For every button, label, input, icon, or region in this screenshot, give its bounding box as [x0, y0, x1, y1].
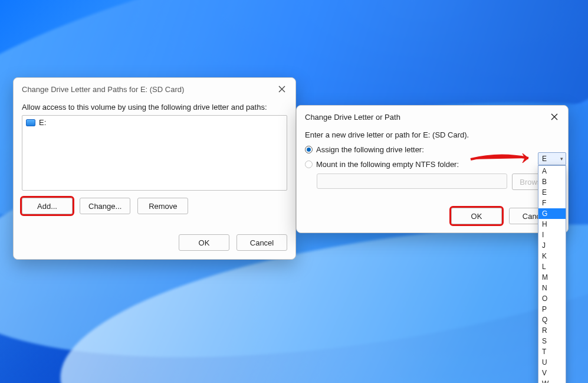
- list-item[interactable]: E:: [26, 118, 283, 127]
- change-drive-letter-or-path-dialog: Change Drive Letter or Path Enter a new …: [296, 105, 569, 233]
- paths-listbox[interactable]: E:: [22, 115, 287, 191]
- drive-letter-option[interactable]: G: [538, 208, 566, 219]
- ok-button[interactable]: OK: [451, 208, 502, 224]
- drive-letter-option[interactable]: H: [538, 219, 566, 230]
- dialog1-title: Change Drive Letter and Paths for E: (SD…: [22, 85, 184, 94]
- dialog2-instruction: Enter a new drive letter or path for E: …: [305, 130, 560, 139]
- drive-letter-option[interactable]: E: [538, 187, 566, 198]
- drive-letter-option[interactable]: M: [538, 272, 566, 283]
- remove-button[interactable]: Remove: [137, 198, 188, 214]
- drive-letter-option[interactable]: W: [538, 378, 566, 383]
- drive-letter-option[interactable]: F: [538, 198, 566, 208]
- drive-letter-dropdown[interactable]: ABEFGHIJKLMNOPQRSTUVWXY: [538, 165, 566, 383]
- dialog2-titlebar: Change Drive Letter or Path: [297, 106, 568, 127]
- close-icon[interactable]: [277, 84, 287, 94]
- dialog1-titlebar: Change Drive Letter and Paths for E: (SD…: [14, 78, 295, 99]
- assign-letter-label: Assign the following drive letter:: [316, 145, 424, 154]
- drive-letter-option[interactable]: S: [538, 336, 566, 346]
- drive-letter-option[interactable]: J: [538, 240, 566, 251]
- add-button[interactable]: Add...: [22, 198, 73, 214]
- drive-icon: [26, 119, 35, 126]
- drive-letter-option[interactable]: R: [538, 325, 566, 336]
- dialog1-instruction: Allow access to this volume by using the…: [22, 103, 287, 112]
- selected-letter: E: [542, 155, 547, 163]
- drive-label: E:: [39, 118, 46, 127]
- drive-letter-option[interactable]: U: [538, 357, 566, 368]
- change-drive-letter-paths-dialog: Change Drive Letter and Paths for E: (SD…: [13, 77, 296, 260]
- ok-button[interactable]: OK: [179, 234, 229, 251]
- drive-letter-option[interactable]: K: [538, 251, 566, 261]
- chevron-down-icon: ▾: [560, 156, 563, 162]
- mount-folder-radio[interactable]: [305, 161, 313, 168]
- dialog2-title: Change Drive Letter or Path: [305, 113, 400, 122]
- drive-letter-option[interactable]: V: [538, 368, 566, 378]
- drive-letter-option[interactable]: T: [538, 346, 566, 357]
- drive-letter-option[interactable]: O: [538, 293, 566, 304]
- drive-letter-option[interactable]: N: [538, 283, 566, 293]
- assign-letter-radio[interactable]: [305, 146, 313, 153]
- drive-letter-option[interactable]: B: [538, 176, 566, 187]
- drive-letter-option[interactable]: L: [538, 261, 566, 272]
- mount-folder-label: Mount in the following empty NTFS folder…: [316, 160, 459, 169]
- close-icon[interactable]: [549, 112, 560, 122]
- drive-letter-option[interactable]: I: [538, 230, 566, 240]
- cancel-button[interactable]: Cancel: [236, 234, 287, 251]
- drive-letter-option[interactable]: P: [538, 304, 566, 315]
- drive-letter-option[interactable]: A: [538, 166, 566, 176]
- mount-path-input: [317, 174, 507, 189]
- change-button[interactable]: Change...: [80, 198, 130, 214]
- drive-letter-option[interactable]: Q: [538, 315, 566, 325]
- drive-letter-select[interactable]: E ▾: [538, 152, 566, 165]
